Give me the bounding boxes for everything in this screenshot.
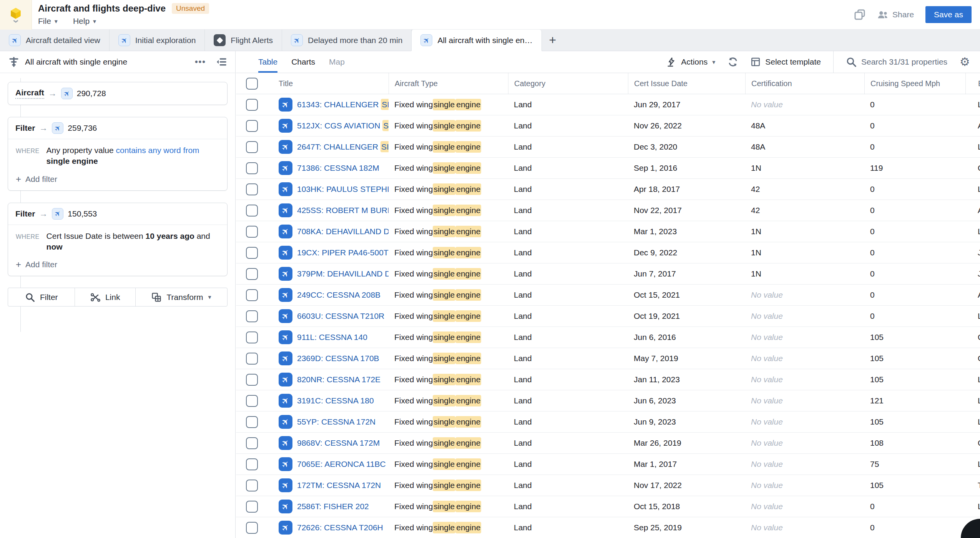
row-checkbox[interactable] xyxy=(246,310,258,322)
title-link[interactable]: 7065E: AERONCA 11BC xyxy=(297,460,386,469)
table-row[interactable]: 2586T: FISHER 202 Fixed wing single engi… xyxy=(236,496,980,517)
row-checkbox[interactable] xyxy=(246,99,258,111)
title-link[interactable]: 9868V: CESSNA 172M xyxy=(297,438,380,448)
table-row[interactable]: 2647T: CHALLENGER SINGI Fixed wing singl… xyxy=(236,137,980,158)
tab-map[interactable]: Map xyxy=(329,51,345,73)
column-header-cert-issue-date[interactable]: Cert Issue Date xyxy=(628,73,745,94)
file-menu[interactable]: File▾ xyxy=(38,17,58,26)
table-row[interactable]: 3191C: CESSNA 180 Fixed wing single engi… xyxy=(236,390,980,411)
row-checkbox[interactable] xyxy=(246,437,258,449)
title-link[interactable]: 6603U: CESSNA T210R xyxy=(297,311,384,321)
table-row[interactable]: 71386: CESSNA 182M Fixed wing single eng… xyxy=(236,158,980,179)
add-filter-step-button[interactable]: Filter xyxy=(8,288,75,306)
title-link[interactable]: 3191C: CESSNA 180 xyxy=(297,396,374,405)
start-node-label[interactable]: Aircraft xyxy=(15,88,44,99)
title-link[interactable]: 512JX: CGS AVIATION SING xyxy=(297,121,389,130)
where-part-link[interactable]: contains any word from xyxy=(116,146,199,155)
title-link[interactable]: 2647T: CHALLENGER SINGI xyxy=(297,142,389,152)
title-link[interactable]: 2369D: CESSNA 170B xyxy=(297,354,379,363)
table-row[interactable]: 72626: CESSNA T206H Fixed wing single en… xyxy=(236,517,980,538)
add-link-step-button[interactable]: Link xyxy=(75,288,135,306)
duplicate-icon[interactable] xyxy=(854,9,865,20)
title-cell[interactable]: 6603U: CESSNA T210R xyxy=(266,306,389,326)
title-link[interactable]: 379PM: DEHAVILLAND D… xyxy=(297,269,389,278)
title-cell[interactable]: 55YP: CESSNA 172N xyxy=(266,411,389,432)
title-cell[interactable]: 249CC: CESSNA 208B xyxy=(266,285,389,305)
title-cell[interactable]: 3191C: CESSNA 180 xyxy=(266,390,389,411)
title-cell[interactable]: 9868V: CESSNA 172M xyxy=(266,433,389,453)
row-checkbox[interactable] xyxy=(246,289,258,301)
worksheet-tab[interactable]: Flight Alerts xyxy=(205,30,282,51)
table-row[interactable]: 19CX: PIPER PA46-500TP Fixed wing single… xyxy=(236,242,980,263)
start-node-card[interactable]: Aircraft → 290,728 xyxy=(8,82,228,105)
actions-dropdown[interactable]: Actions ▾ xyxy=(666,57,715,67)
table-row[interactable]: 7065E: AERONCA 11BC Fixed wing single en… xyxy=(236,454,980,475)
table-row[interactable]: 379PM: DEHAVILLAND D… Fixed wing single … xyxy=(236,263,980,285)
row-checkbox[interactable] xyxy=(246,205,258,217)
row-checkbox[interactable] xyxy=(246,120,258,132)
row-checkbox[interactable] xyxy=(246,162,258,174)
save-as-button[interactable]: Save as xyxy=(925,6,972,23)
share-button[interactable]: Share xyxy=(877,10,914,20)
title-link[interactable]: 61343: CHALLENGER SINGI xyxy=(297,100,389,109)
where-expression[interactable]: Any property value contains any word fro… xyxy=(47,145,216,167)
table-row[interactable]: 425SS: ROBERT M BURNET Fixed wing single… xyxy=(236,200,980,221)
title-cell[interactable]: 911L: CESSNA 140 xyxy=(266,327,389,348)
title-link[interactable]: 708KA: DEHAVILLAND D… xyxy=(297,227,389,236)
title-link[interactable]: 820NR: CESSNA 172E xyxy=(297,375,380,384)
title-cell[interactable]: 71386: CESSNA 182M xyxy=(266,158,389,178)
title-link[interactable]: 249CC: CESSNA 208B xyxy=(297,290,380,300)
title-link[interactable]: 2586T: FISHER 202 xyxy=(297,502,369,511)
table-row[interactable]: 820NR: CESSNA 172E Fixed wing single eng… xyxy=(236,369,980,390)
row-checkbox[interactable] xyxy=(246,480,258,491)
title-cell[interactable]: 172TM: CESSNA 172N xyxy=(266,475,389,496)
row-checkbox[interactable] xyxy=(246,522,258,534)
table-row[interactable]: 512JX: CGS AVIATION SING Fixed wing sing… xyxy=(236,115,980,137)
filter-node-card[interactable]: Filter → 150,553 WHERE Cert Issue Date i… xyxy=(8,203,228,276)
tab-table[interactable]: Table xyxy=(258,51,277,73)
row-checkbox[interactable] xyxy=(246,374,258,386)
add-filter-button[interactable]: + Add filter xyxy=(8,252,227,276)
worksheet-tab[interactable]: All aircraft with single en… xyxy=(411,30,541,51)
worksheet-tab[interactable]: Aircraft detailed view xyxy=(0,30,110,51)
title-link[interactable]: 172TM: CESSNA 172N xyxy=(297,481,381,490)
column-header-truncated[interactable]: E xyxy=(965,73,980,94)
title-cell[interactable]: 2369D: CESSNA 170B xyxy=(266,348,389,369)
title-link[interactable]: 55YP: CESSNA 172N xyxy=(297,417,375,426)
table-row[interactable]: 249CC: CESSNA 208B Fixed wing single eng… xyxy=(236,285,980,306)
title-cell[interactable]: 72626: CESSNA T206H xyxy=(266,517,389,538)
row-checkbox[interactable] xyxy=(246,331,258,343)
title-link[interactable]: 71386: CESSNA 182M xyxy=(297,163,379,173)
title-cell[interactable]: 2586T: FISHER 202 xyxy=(266,496,389,517)
title-link[interactable]: 19CX: PIPER PA46-500TP xyxy=(297,248,389,257)
table-row[interactable]: 2369D: CESSNA 170B Fixed wing single eng… xyxy=(236,348,980,369)
refresh-icon[interactable] xyxy=(728,57,738,67)
row-checkbox[interactable] xyxy=(246,268,258,280)
row-checkbox[interactable] xyxy=(246,458,258,470)
help-menu[interactable]: Help▾ xyxy=(73,17,96,26)
table-row[interactable]: 9868V: CESSNA 172M Fixed wing single eng… xyxy=(236,433,980,454)
title-link[interactable]: 72626: CESSNA T206H xyxy=(297,523,383,532)
add-transform-step-button[interactable]: Transform ▾ xyxy=(136,288,227,306)
table-row[interactable]: 6603U: CESSNA T210R Fixed wing single en… xyxy=(236,306,980,327)
collapse-panel-icon[interactable] xyxy=(216,57,227,67)
title-cell[interactable]: 425SS: ROBERT M BURNET xyxy=(266,200,389,221)
table-row[interactable]: 103HK: PAULUS STEPHEN … Fixed wing singl… xyxy=(236,179,980,200)
title-link[interactable]: 911L: CESSNA 140 xyxy=(297,333,367,342)
table-row[interactable]: 708KA: DEHAVILLAND D… Fixed wing single … xyxy=(236,221,980,242)
row-checkbox[interactable] xyxy=(246,226,258,238)
title-cell[interactable]: 820NR: CESSNA 172E xyxy=(266,369,389,390)
title-cell[interactable]: 19CX: PIPER PA46-500TP xyxy=(266,242,389,263)
title-cell[interactable]: 512JX: CGS AVIATION SING xyxy=(266,115,389,136)
title-cell[interactable]: 7065E: AERONCA 11BC xyxy=(266,454,389,475)
worksheet-tab[interactable]: Initial exploration xyxy=(110,30,205,51)
tab-charts[interactable]: Charts xyxy=(291,51,315,73)
row-checkbox[interactable] xyxy=(246,183,258,195)
filter-node-card[interactable]: Filter → 259,736 WHERE Any property valu… xyxy=(8,117,228,191)
row-checkbox[interactable] xyxy=(246,416,258,428)
table-row[interactable]: 61343: CHALLENGER SINGI Fixed wing singl… xyxy=(236,94,980,115)
row-checkbox[interactable] xyxy=(246,395,258,407)
column-header-aircraft-type[interactable]: Aircraft Type xyxy=(389,73,508,94)
column-header-title[interactable]: Title xyxy=(266,73,389,94)
title-cell[interactable]: 2647T: CHALLENGER SINGI xyxy=(266,137,389,157)
